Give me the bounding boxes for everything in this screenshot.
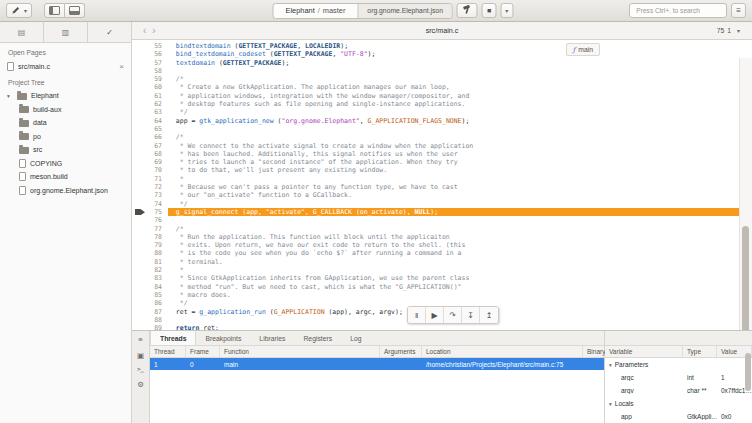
variable-row[interactable]: appGtkAppli…0x0: [605, 410, 752, 423]
gutter-line[interactable]: 85: [132, 291, 168, 299]
scrollbar-thumb[interactable]: [745, 353, 751, 391]
gutter-line[interactable]: 82: [132, 266, 168, 274]
gutter-line[interactable]: 66: [132, 133, 168, 141]
variable-row[interactable]: argvchar **0x7ffdc1…: [605, 384, 752, 397]
variables-scrollbar[interactable]: [745, 347, 751, 421]
thread-cell: /home/christian/Projects/Elephant/src/ma…: [422, 358, 583, 370]
stop-button[interactable]: ■: [482, 3, 496, 18]
gutter-line[interactable]: 72: [132, 183, 168, 191]
tree-item-copying[interactable]: COPYING: [0, 157, 131, 171]
panel-tab-log[interactable]: Log: [341, 331, 370, 345]
gutter-line[interactable]: 89: [132, 324, 168, 330]
gutter-line[interactable]: 57: [132, 59, 168, 67]
settings-panel-icon[interactable]: ⚙: [137, 381, 144, 389]
variable-name: argv: [605, 387, 683, 394]
gutter-line[interactable]: 87: [132, 308, 168, 316]
breakpoint-marker[interactable]: [135, 209, 145, 215]
gutter-line[interactable]: 78: [132, 233, 168, 241]
code-line: * our "on_activate" function to a GCallb…: [168, 191, 752, 199]
gutter-line[interactable]: 62: [132, 100, 168, 108]
cursor-position-button[interactable]: 75 1 ▾: [717, 27, 744, 34]
sidebar-tab-pages[interactable]: ▤: [0, 22, 44, 42]
gutter-line[interactable]: 80: [132, 249, 168, 257]
gutter-line[interactable]: 69: [132, 158, 168, 166]
gutter-line[interactable]: 59: [132, 75, 168, 83]
gutter-line[interactable]: 70: [132, 166, 168, 174]
panel-tab-registers[interactable]: Registers: [294, 331, 341, 345]
gutter-line[interactable]: 56: [132, 50, 168, 58]
chevron-down-icon: ▾: [737, 27, 740, 34]
gutter-line[interactable]: 86: [132, 299, 168, 307]
variables-header: VariableTypeValue: [605, 346, 752, 358]
editor-scrollbar[interactable]: [739, 58, 752, 330]
gutter-line[interactable]: 63: [132, 108, 168, 116]
gutter-line[interactable]: 58: [132, 67, 168, 75]
sidebar-tab-checks[interactable]: ✓: [88, 22, 131, 42]
pause-button[interactable]: ‖: [408, 307, 426, 323]
menu-button[interactable]: ≡: [731, 3, 746, 18]
gutter-line[interactable]: 60: [132, 83, 168, 91]
tree-item-data[interactable]: data: [0, 116, 131, 130]
tree-item-build-aux[interactable]: build-aux: [0, 103, 131, 117]
code-lines: bindtextdomain (GETTEXT_PACKAGE, LOCALED…: [168, 40, 752, 330]
variable-group-row[interactable]: ▾Locals: [605, 397, 752, 410]
tree-item-org-gnome-elephant-json[interactable]: org.gnome.Elephant.json: [0, 184, 131, 198]
gutter-line[interactable]: 74: [132, 200, 168, 208]
gutter-line[interactable]: 65: [132, 125, 168, 133]
gutter-line[interactable]: 81: [132, 258, 168, 266]
gutter-line[interactable]: 68: [132, 150, 168, 158]
open-page-item[interactable]: src/main.c×: [0, 59, 131, 73]
sidebar-tab-targets[interactable]: ▥: [44, 22, 88, 42]
gutter-line[interactable]: 83: [132, 274, 168, 282]
variable-row[interactable]: argcint1: [605, 371, 752, 384]
source-view[interactable]: 5556575859606162636465666768697071727374…: [132, 40, 752, 330]
chevron-down-icon[interactable]: ▾: [609, 362, 612, 368]
build-output-panel-icon[interactable]: ▣: [137, 352, 144, 360]
toggle-bottom-panel-button[interactable]: [65, 3, 85, 18]
gutter-line[interactable]: 73: [132, 191, 168, 199]
gutter-line[interactable]: 55: [132, 42, 168, 50]
gutter-line[interactable]: 76: [132, 216, 168, 224]
gutter-line[interactable]: 77: [132, 225, 168, 233]
variable-group-row[interactable]: ▾Parameters: [605, 358, 752, 371]
perspective-button[interactable]: ▾: [6, 3, 32, 18]
gutter[interactable]: 5556575859606162636465666768697071727374…: [132, 40, 168, 330]
debugger-panel-icon[interactable]: ≡: [138, 336, 142, 344]
build-config-button[interactable]: org.gnome.Elephant.json: [357, 4, 452, 18]
global-search-input[interactable]: [629, 3, 727, 18]
column-header: Function: [220, 346, 380, 357]
chevron-down-icon[interactable]: ▾: [7, 93, 13, 99]
toggle-left-panel-button[interactable]: [44, 3, 65, 18]
gutter-line[interactable]: 79: [132, 241, 168, 249]
close-icon[interactable]: ×: [119, 62, 124, 71]
hammer-icon: [462, 4, 473, 17]
panel-tab-threads[interactable]: Threads: [150, 331, 196, 345]
step-out-button[interactable]: ↥: [480, 307, 498, 323]
gutter-line[interactable]: 67: [132, 142, 168, 150]
tree-item-meson-build[interactable]: meson.build: [0, 170, 131, 184]
tree-item-elephant[interactable]: ▾Elephant: [0, 89, 131, 103]
gutter-line[interactable]: 88: [132, 316, 168, 324]
continue-button[interactable]: ▶: [426, 307, 444, 323]
tree-item-po[interactable]: po: [0, 130, 131, 144]
thread-row[interactable]: 10main/home/christian/Projects/Elephant/…: [150, 358, 604, 370]
gutter-line[interactable]: 71: [132, 175, 168, 183]
scrollbar-thumb[interactable]: [742, 226, 749, 330]
gutter-line[interactable]: 64: [132, 117, 168, 125]
gutter-line[interactable]: 84: [132, 283, 168, 291]
run-options-button[interactable]: ▾: [500, 3, 513, 18]
symbol-breadcrumb[interactable]: ƒ main: [566, 43, 600, 56]
tree-item-src[interactable]: src: [0, 143, 131, 157]
step-in-button[interactable]: ↧: [462, 307, 480, 323]
build-button[interactable]: [457, 3, 478, 18]
gutter-line[interactable]: 75: [132, 208, 168, 216]
panel-tab-breakpoints[interactable]: Breakpoints: [196, 331, 250, 345]
panel-tab-libraries[interactable]: Libraries: [250, 331, 294, 345]
terminal-panel-icon[interactable]: >_: [137, 367, 144, 373]
chevron-down-icon[interactable]: ▾: [609, 401, 612, 407]
project-branch-button[interactable]: Elephant / master: [274, 4, 358, 18]
omnibar[interactable]: Elephant / master org.gnome.Elephant.jso…: [273, 3, 453, 19]
gutter-line[interactable]: 61: [132, 92, 168, 100]
code-line: * Because we can't pass a pointer to any…: [168, 183, 752, 191]
step-over-button[interactable]: ↷: [444, 307, 462, 323]
